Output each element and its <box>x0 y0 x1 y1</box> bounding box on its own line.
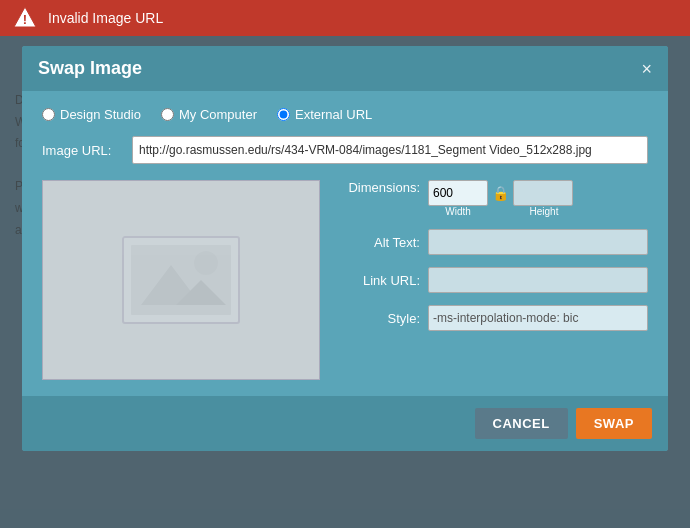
image-preview <box>42 180 320 380</box>
dimensions-controls: 🔒 <box>428 180 574 206</box>
image-url-row: Image URL: <box>42 136 648 164</box>
dimension-labels: Width Height <box>428 206 574 217</box>
svg-point-6 <box>194 251 218 275</box>
dialog-header: Swap Image × <box>22 46 668 91</box>
radio-external-url[interactable]: External URL <box>277 107 372 122</box>
radio-my-computer-label: My Computer <box>179 107 257 122</box>
alt-text-input[interactable] <box>428 229 648 255</box>
main-content-area: Dimensions: 🔒 Width Height <box>42 180 648 380</box>
radio-design-studio-label: Design Studio <box>60 107 141 122</box>
style-input[interactable] <box>428 305 648 331</box>
radio-design-studio-input[interactable] <box>42 108 55 121</box>
width-input[interactable] <box>428 180 488 206</box>
warning-icon: ! <box>12 5 38 31</box>
width-label: Width <box>428 206 488 217</box>
dialog-body: Design Studio My Computer External URL I… <box>22 91 668 396</box>
alt-text-row: Alt Text: <box>340 229 648 255</box>
radio-external-url-input[interactable] <box>277 108 290 121</box>
svg-text:!: ! <box>23 12 27 27</box>
radio-my-computer-input[interactable] <box>161 108 174 121</box>
link-url-input[interactable] <box>428 267 648 293</box>
height-label: Height <box>514 206 574 217</box>
dialog-footer: CANCEL SWAP <box>22 396 668 451</box>
alt-text-label: Alt Text: <box>340 235 420 250</box>
style-label: Style: <box>340 311 420 326</box>
dimensions-controls-wrapper: 🔒 Width Height <box>428 180 574 217</box>
dialog-title: Swap Image <box>38 58 142 79</box>
right-fields: Dimensions: 🔒 Width Height <box>340 180 648 331</box>
dimensions-row: Dimensions: 🔒 Width Height <box>340 180 648 217</box>
source-radio-group: Design Studio My Computer External URL <box>42 107 648 122</box>
lock-icon[interactable]: 🔒 <box>492 185 509 201</box>
radio-external-url-label: External URL <box>295 107 372 122</box>
image-url-label: Image URL: <box>42 143 122 158</box>
swap-image-dialog: Swap Image × Design Studio My Computer E… <box>22 46 668 451</box>
radio-design-studio[interactable]: Design Studio <box>42 107 141 122</box>
link-url-label: Link URL: <box>340 273 420 288</box>
height-input[interactable] <box>513 180 573 206</box>
dimensions-label: Dimensions: <box>340 180 420 195</box>
close-button[interactable]: × <box>641 60 652 78</box>
image-url-input[interactable] <box>132 136 648 164</box>
cancel-button[interactable]: CANCEL <box>475 408 568 439</box>
swap-button[interactable]: SWAP <box>576 408 652 439</box>
radio-my-computer[interactable]: My Computer <box>161 107 257 122</box>
style-row: Style: <box>340 305 648 331</box>
error-text: Invalid Image URL <box>48 10 163 26</box>
link-url-row: Link URL: <box>340 267 648 293</box>
error-banner: ! Invalid Image URL <box>0 0 690 36</box>
image-placeholder-icon <box>121 235 241 325</box>
